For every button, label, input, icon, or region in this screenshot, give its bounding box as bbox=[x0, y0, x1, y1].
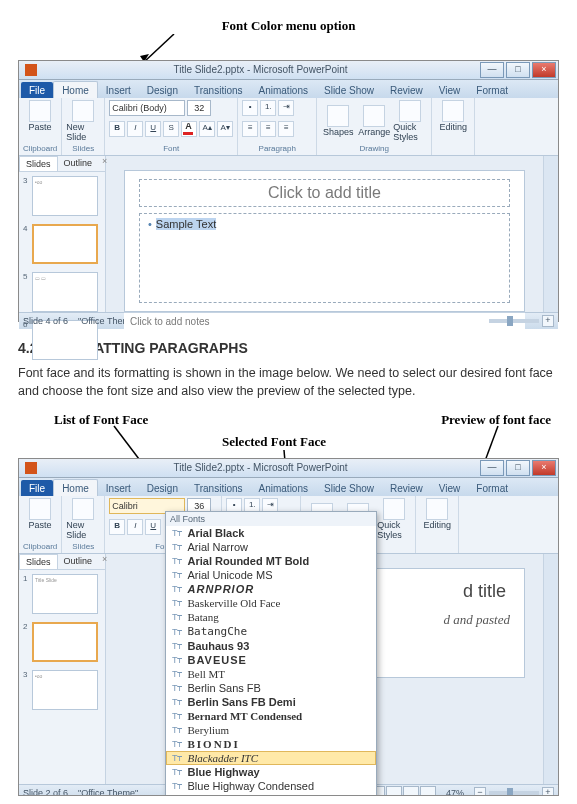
font-option[interactable]: TᴛArial Narrow bbox=[166, 540, 376, 554]
panel-tab-outline[interactable]: Outline bbox=[58, 156, 99, 171]
slide-thumb[interactable]: ▭ ▭ bbox=[32, 272, 98, 312]
tab-design[interactable]: Design bbox=[139, 82, 186, 98]
minimize-button[interactable]: — bbox=[480, 460, 504, 476]
minimize-button[interactable]: — bbox=[480, 62, 504, 78]
slide-thumb-selected[interactable] bbox=[32, 622, 98, 662]
tab-format[interactable]: Format bbox=[468, 480, 516, 496]
body-placeholder[interactable]: •Sample Text bbox=[139, 213, 510, 303]
close-button[interactable]: × bbox=[532, 62, 556, 78]
bullets-button[interactable]: • bbox=[242, 100, 258, 116]
tab-review[interactable]: Review bbox=[382, 480, 431, 496]
bold-button[interactable]: B bbox=[109, 121, 125, 137]
slide-canvas-2[interactable]: d title d and pasted bbox=[366, 568, 525, 678]
tab-view[interactable]: View bbox=[431, 82, 469, 98]
font-option[interactable]: TᴛBell MT bbox=[166, 667, 376, 681]
tab-insert[interactable]: Insert bbox=[98, 82, 139, 98]
tab-file[interactable]: File bbox=[21, 82, 53, 98]
font-option[interactable]: TᴛBAVEUSE bbox=[166, 653, 376, 667]
maximize-button[interactable]: □ bbox=[506, 62, 530, 78]
font-option[interactable]: TᴛArial Black bbox=[166, 526, 376, 540]
font-color-button[interactable] bbox=[181, 121, 197, 137]
zoom-in-button[interactable]: + bbox=[542, 315, 554, 327]
italic-button[interactable]: I bbox=[127, 519, 143, 535]
font-face-dropdown[interactable]: All Fonts TᴛArial BlackTᴛArial NarrowTᴛA… bbox=[165, 511, 377, 796]
quick-styles-button[interactable]: Quick Styles bbox=[377, 498, 411, 540]
tab-transitions[interactable]: Transitions bbox=[186, 82, 251, 98]
font-name-box[interactable]: Calibri (Body) bbox=[109, 100, 185, 116]
tab-animations[interactable]: Animations bbox=[251, 480, 316, 496]
arrange-button[interactable]: Arrange bbox=[357, 105, 391, 137]
panel-tab-outline[interactable]: Outline bbox=[58, 554, 99, 569]
tab-transitions[interactable]: Transitions bbox=[186, 480, 251, 496]
zoom-in-button[interactable]: + bbox=[542, 787, 554, 796]
tab-view[interactable]: View bbox=[431, 480, 469, 496]
underline-button[interactable]: U bbox=[145, 121, 161, 137]
indent-button[interactable]: ⇥ bbox=[278, 100, 294, 116]
slide-thumb-selected[interactable] bbox=[32, 224, 98, 264]
tab-format[interactable]: Format bbox=[468, 82, 516, 98]
grow-font-button[interactable]: A▴ bbox=[199, 121, 215, 137]
font-size-box[interactable]: 32 bbox=[187, 100, 211, 116]
panel-tab-slides[interactable]: Slides bbox=[19, 554, 58, 569]
tab-slideshow[interactable]: Slide Show bbox=[316, 480, 382, 496]
tab-review[interactable]: Review bbox=[382, 82, 431, 98]
slide-thumb[interactable]: •oo bbox=[32, 176, 98, 216]
new-slide-button[interactable]: New Slide bbox=[66, 498, 100, 540]
shrink-font-button[interactable]: A▾ bbox=[217, 121, 233, 137]
font-option[interactable]: TᴛBernard MT Condensed bbox=[166, 709, 376, 723]
font-option[interactable]: TᴛBaskerville Old Face bbox=[166, 596, 376, 610]
slide-thumb[interactable]: Title Slide bbox=[32, 574, 98, 614]
slide-thumb[interactable] bbox=[32, 320, 98, 360]
font-option[interactable]: TᴛBatang bbox=[166, 610, 376, 624]
font-option[interactable]: TᴛArial Rounded MT Bold bbox=[166, 554, 376, 568]
tab-file[interactable]: File bbox=[21, 480, 53, 496]
view-reading-button[interactable] bbox=[403, 786, 419, 796]
tab-home[interactable]: Home bbox=[53, 81, 98, 98]
close-button[interactable]: × bbox=[532, 460, 556, 476]
align-center-button[interactable]: ≡ bbox=[260, 121, 276, 137]
font-option[interactable]: TᴛBlue Highway bbox=[166, 765, 376, 779]
tab-insert[interactable]: Insert bbox=[98, 480, 139, 496]
font-option[interactable]: TᴛARNPRIOR bbox=[166, 582, 376, 596]
tab-design[interactable]: Design bbox=[139, 480, 186, 496]
font-option[interactable]: TᴛBIONDI bbox=[166, 737, 376, 751]
shapes-button[interactable]: Shapes bbox=[321, 105, 355, 137]
zoom-slider[interactable]: − + bbox=[474, 787, 554, 796]
align-left-button[interactable]: ≡ bbox=[242, 121, 258, 137]
font-option[interactable]: TᴛBerlin Sans FB bbox=[166, 681, 376, 695]
font-option[interactable]: TᴛBlackadder ITC bbox=[166, 751, 376, 765]
right-scroll[interactable] bbox=[543, 554, 558, 784]
quick-styles-label: Quick Styles bbox=[393, 122, 427, 142]
italic-button[interactable]: I bbox=[127, 121, 143, 137]
maximize-button[interactable]: □ bbox=[506, 460, 530, 476]
underline-button[interactable]: U bbox=[145, 519, 161, 535]
editing-button[interactable]: Editing bbox=[436, 100, 470, 132]
tab-home[interactable]: Home bbox=[53, 479, 98, 496]
view-sorter-button[interactable] bbox=[386, 786, 402, 796]
tab-animations[interactable]: Animations bbox=[251, 82, 316, 98]
strike-button[interactable]: S bbox=[163, 121, 179, 137]
zoom-out-button[interactable]: − bbox=[474, 787, 486, 796]
tab-slideshow[interactable]: Slide Show bbox=[316, 82, 382, 98]
font-option[interactable]: TᴛBauhaus 93 bbox=[166, 639, 376, 653]
paste-button[interactable]: Paste bbox=[23, 100, 57, 132]
right-scroll[interactable] bbox=[543, 156, 558, 312]
panel-tab-slides[interactable]: Slides bbox=[19, 156, 58, 171]
editing-button[interactable]: Editing bbox=[420, 498, 454, 530]
slide-thumb[interactable]: •oo bbox=[32, 670, 98, 710]
bold-button[interactable]: B bbox=[109, 519, 125, 535]
font-option[interactable]: TᴛArial Unicode MS bbox=[166, 568, 376, 582]
title-placeholder[interactable]: Click to add title bbox=[139, 179, 510, 207]
paste-button[interactable]: Paste bbox=[23, 498, 57, 530]
font-option[interactable]: TᴛBatangChe bbox=[166, 624, 376, 639]
font-option[interactable]: TᴛBerylium bbox=[166, 723, 376, 737]
slide-canvas[interactable]: Click to add title •Sample Text bbox=[124, 170, 525, 312]
numbering-button[interactable]: 1. bbox=[260, 100, 276, 116]
view-slideshow-button[interactable] bbox=[420, 786, 436, 796]
font-option[interactable]: TᴛBerlin Sans FB Demi bbox=[166, 695, 376, 709]
quick-styles-button[interactable]: Quick Styles bbox=[393, 100, 427, 142]
font-option[interactable]: TᴛBlue Highway Condensed bbox=[166, 779, 376, 793]
align-right-button[interactable]: ≡ bbox=[278, 121, 294, 137]
notes-pane[interactable]: Click to add notes bbox=[124, 312, 525, 330]
new-slide-button[interactable]: New Slide bbox=[66, 100, 100, 142]
